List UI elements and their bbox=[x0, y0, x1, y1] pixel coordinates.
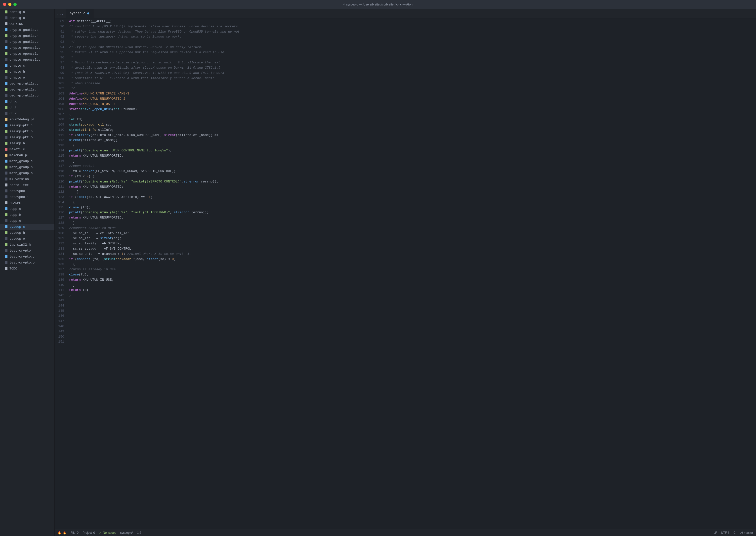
code-line[interactable]: */ bbox=[69, 40, 756, 45]
encoding[interactable]: UTF-8 bbox=[721, 531, 729, 534]
sidebar-item-readme[interactable]: README bbox=[0, 200, 54, 206]
sidebar-item-config-o[interactable]: config.o bbox=[0, 15, 54, 21]
code-line[interactable]: #define XNU_UTUN_UNSUPPORTED -2 bbox=[69, 96, 756, 102]
sidebar-item-isakmp-pkt-o[interactable]: isakmp-pkt.o bbox=[0, 134, 54, 140]
code-line[interactable]: * Sometimes it will allocate a utun that… bbox=[69, 76, 756, 81]
code-line[interactable]: /* Try to open the specified utun device… bbox=[69, 45, 756, 50]
code-line[interactable]: * when accessed. bbox=[69, 81, 756, 86]
code-line[interactable]: return fd; bbox=[69, 288, 756, 293]
code-line[interactable]: * Using this mechanism because relying o… bbox=[69, 60, 756, 65]
code-line[interactable]: sizeof(ctlInfo.ctl_name)) bbox=[69, 138, 756, 143]
code-line[interactable]: //open socket bbox=[69, 164, 756, 169]
code-line[interactable]: { bbox=[69, 262, 756, 267]
sidebar-item-crypto-openssl-c[interactable]: crypto-openssl.c bbox=[0, 45, 54, 51]
sidebar-item-pcf2vpnc[interactable]: pcf2vpnc bbox=[0, 188, 54, 194]
code-line[interactable]: #define XNU_NO_UTUN_IFACE_NAME -3 bbox=[69, 91, 756, 96]
code-line[interactable]: //utun is already in use. bbox=[69, 267, 756, 272]
sidebar-item-supp-h[interactable]: supp.h bbox=[0, 212, 54, 218]
sidebar-item-crypto-openssl-o[interactable]: crypto-openssl.o bbox=[0, 57, 54, 63]
code-line[interactable]: fd = socket(PF_SYSTEM, SOCK_DGRAM, SYSPR… bbox=[69, 169, 756, 174]
code-line[interactable]: printf("Opening utun: UTUN_CONTROL_NAME … bbox=[69, 148, 756, 153]
sidebar-item-test-crypto[interactable]: test-crypto bbox=[0, 248, 54, 253]
sidebar-item-makefile[interactable]: Makefile bbox=[0, 146, 54, 152]
code-line[interactable]: if (fd < 0) { bbox=[69, 174, 756, 179]
code-line[interactable]: sc.ss_sysaddr = AF_SYS_CONTROL; bbox=[69, 246, 756, 251]
line-ending[interactable]: LF bbox=[713, 531, 717, 534]
status-project[interactable]: Project 0 bbox=[82, 531, 95, 534]
minimize-button[interactable] bbox=[8, 3, 12, 6]
sidebar-item-dh-h[interactable]: dh.h bbox=[0, 104, 54, 110]
sidebar-item-crypto-openssl-h[interactable]: crypto-openssl.h bbox=[0, 51, 54, 57]
sidebar-item-isakmp-pkt-h[interactable]: isakmp-pkt.h bbox=[0, 128, 54, 134]
sidebar-item-decrypt-utils-h[interactable]: decrypt-utils.h bbox=[0, 86, 54, 92]
sidebar-item-enum2debug-pl[interactable]: enum2debug.pl bbox=[0, 117, 54, 122]
sidebar-item-dh-o[interactable]: dh.o bbox=[0, 110, 54, 117]
sidebar-item-crypto-gnutls-o[interactable]: crypto-gnutls.o bbox=[0, 39, 54, 45]
sidebar-item-tap-win32-h[interactable]: tap-win32.h bbox=[0, 242, 54, 248]
sidebar-item-dh-c[interactable]: dh.c bbox=[0, 98, 54, 104]
sidebar-item-test-crypto-c[interactable]: test-crypto.c bbox=[0, 253, 54, 259]
code-line[interactable]: * bbox=[69, 55, 756, 60]
code-line[interactable]: */ bbox=[69, 86, 756, 91]
sidebar-item-math-group-c[interactable]: math_group.c bbox=[0, 158, 54, 164]
language[interactable]: C bbox=[733, 531, 736, 534]
code-line[interactable]: * available utun is unreliable after sle… bbox=[69, 65, 756, 71]
code-line[interactable]: } bbox=[69, 189, 756, 195]
sidebar-item-decrypt-utils-c[interactable]: decrypt-utils.c bbox=[0, 81, 54, 86]
code-line[interactable]: } bbox=[69, 220, 756, 226]
code-content[interactable]: #if defined(__APPLE__)/* xnu 1456.1.26 (… bbox=[67, 18, 756, 529]
sidebar-item-crypto-gnutls-c[interactable]: crypto-gnutls.c bbox=[0, 27, 54, 33]
code-line[interactable]: static int xnu_open_utun(int utunnum) bbox=[69, 107, 756, 112]
sidebar-item-crypto-o[interactable]: crypto.o bbox=[0, 75, 54, 81]
sidebar-item-sysdep-c[interactable]: sysdep.c bbox=[0, 224, 54, 230]
status-no-issues[interactable]: ✓ No Issues bbox=[99, 531, 116, 534]
code-line[interactable]: * Return -1 if utun is supported but the… bbox=[69, 50, 756, 55]
code-editor[interactable]: 8990919293949596979899100101102103104105… bbox=[55, 18, 756, 529]
code-line[interactable]: int fd; bbox=[69, 117, 756, 122]
sidebar-item-nortel-txt[interactable]: nortel.txt bbox=[0, 182, 54, 188]
code-line[interactable]: { bbox=[69, 143, 756, 148]
maximize-button[interactable] bbox=[14, 3, 16, 6]
file-tree[interactable]: config.hconfig.oCOPYINGcrypto-gnutls.ccr… bbox=[0, 9, 55, 536]
code-line[interactable]: /* xnu 1456.1.26 (OS X 10.6)+ implements… bbox=[69, 24, 756, 29]
tab-sysdep-c[interactable]: sysdep.c bbox=[66, 9, 93, 18]
code-line[interactable]: * (aka OS X Yosemite 10.10 GM). Sometime… bbox=[69, 71, 756, 76]
code-line[interactable]: sc.sc_len = sizeof(sc); bbox=[69, 236, 756, 241]
code-line[interactable]: #if defined(__APPLE__) bbox=[69, 19, 756, 24]
sidebar-item-supp-o[interactable]: supp.o bbox=[0, 218, 54, 224]
sidebar-item-copying[interactable]: COPYING bbox=[0, 21, 54, 27]
sidebar-item-math-group-o[interactable]: math_group.o bbox=[0, 170, 54, 176]
code-line[interactable]: return XNU_UTUN_IN_USE; bbox=[69, 278, 756, 283]
sidebar-item-config-h[interactable]: config.h bbox=[0, 9, 54, 15]
sidebar-item-test-crypto-o[interactable]: test-crypto.o bbox=[0, 259, 54, 265]
sidebar-item-crypto-h[interactable]: crypto.h bbox=[0, 69, 54, 75]
code-line[interactable]: } bbox=[69, 293, 756, 298]
sidebar-item-isakmp-pkt-c[interactable]: isakmp-pkt.c bbox=[0, 122, 54, 128]
close-button[interactable] bbox=[3, 3, 6, 6]
status-file[interactable]: File 0 bbox=[71, 531, 79, 534]
sidebar-item-sysdep-h[interactable]: sysdep.h bbox=[0, 230, 54, 236]
code-line[interactable]: return XNU_UTUN_UNSUPPORTED; bbox=[69, 215, 756, 220]
code-line[interactable]: #define XNU_UTUN_IN_USE -1 bbox=[69, 102, 756, 107]
code-line[interactable]: if (strlcpy(ctlInfo.ctl_name, UTUN_CONTR… bbox=[69, 133, 756, 138]
code-line[interactable]: if (connect (fd, (struct sockaddr *)&sc,… bbox=[69, 257, 756, 262]
sidebar-item-mk-version[interactable]: mk-version bbox=[0, 176, 54, 182]
code-line[interactable]: { bbox=[69, 112, 756, 117]
code-line[interactable]: if (ioctl(fd, CTLIOCGINFO, &ctlInfo) == … bbox=[69, 195, 756, 200]
code-line[interactable]: return XNU_UTUN_UNSUPPORTED; bbox=[69, 184, 756, 190]
sidebar-item-crypto-c[interactable]: crypto.c bbox=[0, 63, 54, 69]
sidebar-item-pcf2vpnc-1[interactable]: pcf2vpnc.1 bbox=[0, 194, 54, 200]
sidebar-item-math-group-h[interactable]: math_group.h bbox=[0, 164, 54, 170]
sidebar-item-makeman-pl[interactable]: makeman.pl bbox=[0, 152, 54, 158]
sidebar-item-decrypt-utils-o[interactable]: decrypt-utils.o bbox=[0, 92, 54, 98]
sidebar-item-sysdep-o[interactable]: sysdep.o bbox=[0, 236, 54, 242]
code-line[interactable]: close(fd); bbox=[69, 272, 756, 278]
code-line[interactable]: struct ctl_info ctlInfo; bbox=[69, 127, 756, 133]
code-line[interactable]: * rather than character devices. They be… bbox=[69, 29, 756, 35]
code-line[interactable]: sc.sc_unit = utunnum + 1; //utunX where … bbox=[69, 251, 756, 257]
code-line[interactable]: return XNU_UTUN_UNSUPPORTED; bbox=[69, 153, 756, 159]
code-line[interactable]: } bbox=[69, 159, 756, 164]
code-line[interactable]: } bbox=[69, 283, 756, 288]
sidebar-item-crypto-gnutls-h[interactable]: crypto-gnutls.h bbox=[0, 33, 54, 39]
code-line[interactable]: { bbox=[69, 200, 756, 205]
